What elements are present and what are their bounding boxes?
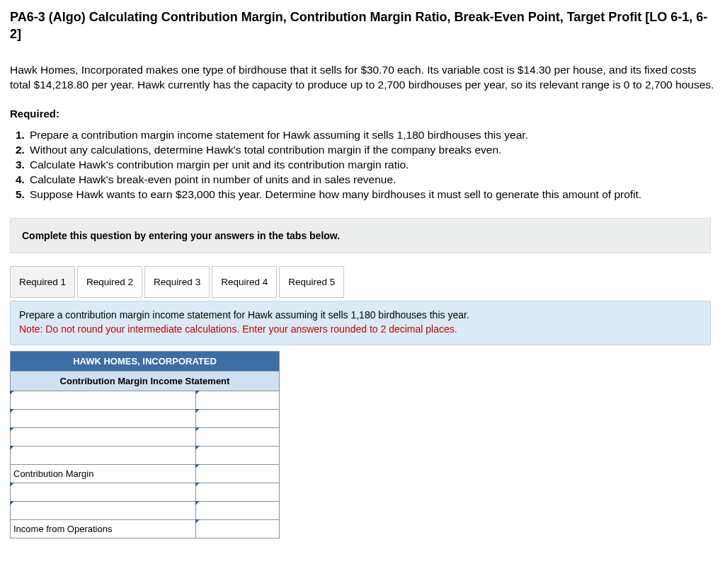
value-cell[interactable]	[196, 446, 280, 465]
tab-required-1[interactable]: Required 1	[10, 266, 75, 298]
label-cell[interactable]	[11, 410, 196, 428]
problem-intro: Hawk Homes, Incorporated makes one type …	[10, 63, 715, 93]
instruction-bar: Complete this question by entering your …	[10, 218, 711, 253]
value-cell[interactable]	[196, 391, 280, 410]
tab-required-3[interactable]: Required 3	[144, 266, 210, 298]
value-cell[interactable]	[196, 428, 280, 446]
tab-required-5[interactable]: Required 5	[279, 266, 344, 298]
value-cell[interactable]	[196, 465, 280, 483]
requirement-number: 5.	[16, 188, 27, 202]
requirement-text: Without any calculations, determine Hawk…	[30, 143, 501, 158]
label-input[interactable]	[13, 483, 195, 501]
value-cell[interactable]	[196, 520, 280, 538]
tab-instruction-line1: Prepare a contribution margin income sta…	[19, 309, 702, 323]
label-cell-fixed: Income from Operations	[11, 520, 196, 538]
requirement-item: 1. Prepare a contribution margin income …	[16, 128, 715, 143]
requirement-item: 5. Suppose Hawk wants to earn $23,000 th…	[16, 188, 715, 202]
requirement-text: Calculate Hawk's contribution margin per…	[30, 158, 409, 173]
table-row: Contribution Margin	[11, 465, 280, 483]
value-input[interactable]	[196, 428, 279, 446]
value-input[interactable]	[196, 465, 279, 483]
table-row	[11, 483, 280, 502]
requirement-text: Calculate Hawk's break-even point in num…	[30, 173, 396, 188]
tab-required-4[interactable]: Required 4	[212, 266, 277, 298]
table-row	[11, 502, 280, 520]
value-input[interactable]	[196, 483, 279, 501]
table-row	[11, 446, 280, 465]
value-input[interactable]	[196, 502, 279, 519]
tab-instruction-note: Note: Do not round your intermediate cal…	[19, 323, 702, 337]
required-label: Required:	[10, 108, 715, 120]
label-input[interactable]	[13, 410, 195, 427]
label-cell[interactable]	[11, 446, 196, 465]
statement-company-header: HAWK HOMES, INCORPORATED	[11, 352, 280, 371]
label-input[interactable]	[13, 446, 195, 464]
requirement-text: Prepare a contribution margin income sta…	[30, 128, 528, 143]
label-input[interactable]	[13, 502, 195, 519]
tab-required-2[interactable]: Required 2	[77, 266, 142, 298]
requirement-item: 4. Calculate Hawk's break-even point in …	[16, 173, 715, 188]
value-input[interactable]	[196, 391, 279, 409]
statement-title-header: Contribution Margin Income Statement	[11, 371, 280, 391]
requirement-number: 2.	[16, 143, 27, 158]
table-row	[11, 410, 280, 428]
label-input[interactable]	[13, 428, 195, 446]
value-cell[interactable]	[196, 483, 280, 502]
label-cell[interactable]	[11, 502, 196, 520]
requirement-item: 3. Calculate Hawk's contribution margin …	[16, 158, 715, 173]
requirement-number: 3.	[16, 158, 27, 173]
requirement-number: 1.	[16, 128, 27, 143]
problem-title: PA6-3 (Algo) Calculating Contribution Ma…	[10, 8, 715, 43]
label-cell-fixed: Contribution Margin	[11, 465, 196, 483]
table-row	[11, 428, 280, 446]
label-input[interactable]	[13, 391, 195, 409]
value-cell[interactable]	[196, 502, 280, 520]
requirement-item: 2. Without any calculations, determine H…	[16, 143, 715, 158]
requirement-number: 4.	[16, 173, 27, 188]
value-input[interactable]	[196, 520, 279, 538]
requirements-list: 1. Prepare a contribution margin income …	[10, 128, 715, 202]
requirement-text: Suppose Hawk wants to earn $23,000 this …	[30, 188, 641, 202]
table-row: Income from Operations	[11, 520, 280, 538]
label-cell[interactable]	[11, 391, 196, 410]
table-row	[11, 391, 280, 410]
income-statement-table: HAWK HOMES, INCORPORATED Contribution Ma…	[10, 351, 280, 538]
value-input[interactable]	[196, 410, 279, 427]
tab-bar: Required 1 Required 2 Required 3 Require…	[10, 266, 715, 298]
value-cell[interactable]	[196, 410, 280, 428]
label-cell[interactable]	[11, 483, 196, 502]
tab-content-panel: Prepare a contribution margin income sta…	[10, 301, 711, 345]
label-cell[interactable]	[11, 428, 196, 446]
value-input[interactable]	[196, 446, 279, 464]
